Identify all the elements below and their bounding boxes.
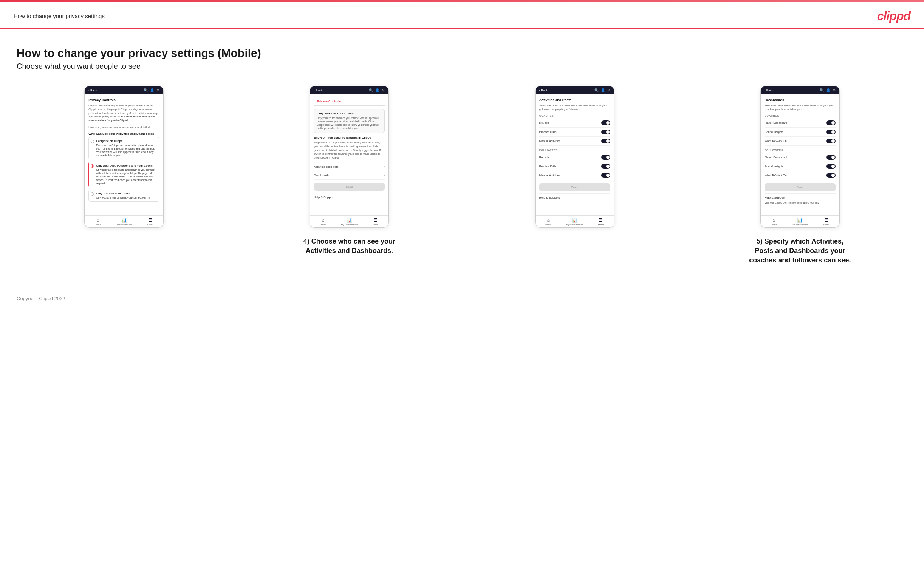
radio-option-everyone[interactable]: Everyone on Clippd Everyone on Clippd ca… [89,137,160,160]
menu-label-2: Menu [373,224,378,226]
screenshot-group-1: ‹ Back 🔍 👤 ⚙ Privacy Controls Control ho… [17,86,231,228]
topbar-icons-2: 🔍 👤 ⚙ [369,89,385,92]
nav-home-4[interactable]: ⌂ Home [761,218,787,226]
toggle-drills-followers-switch[interactable] [601,164,610,169]
radio-text-coach-only: Only You and Your Coach Only you and the… [96,192,150,199]
toggle-roundinsights-followers-switch[interactable] [827,164,835,169]
drills-label-coaches: Practice Drills [539,130,557,134]
save-button-3[interactable]: Save [539,183,610,191]
phone-topbar-3: ‹ Back 🔍 👤 ⚙ [536,86,614,94]
caption-2: 4) Choose who can see your Activities an… [296,237,402,256]
activities-posts-subtitle: Select the types of activity that you'd … [539,104,610,111]
nav-dashboards[interactable]: Dashboards › [314,171,385,180]
roundinsights-label-coaches: Round Insights [764,130,783,134]
activities-posts-label: Activities and Posts [314,165,338,168]
home-icon-2: ⌂ [321,218,324,223]
show-hide-title: Show or hide specific features in Clippd [314,136,385,139]
search-icon[interactable]: 🔍 [144,89,148,92]
toggle-roundinsights-coaches[interactable]: Round Insights [764,127,835,137]
nav-home-1[interactable]: ⌂ Home [85,218,111,226]
menu-icon-1: ☰ [148,218,152,223]
radio-circle-followers [91,164,94,168]
toggle-rounds-followers[interactable]: Rounds [539,153,610,162]
toggle-manual-followers-switch[interactable] [601,173,610,178]
nav-home-2[interactable]: ⌂ Home [310,218,336,226]
topbar-icons-3: 🔍 👤 ⚙ [594,89,610,92]
toggle-rounds-followers-switch[interactable] [601,155,610,160]
dashboards-subtitle: Select the dashboards that you'd like to… [764,104,835,111]
search-icon-3[interactable]: 🔍 [594,89,599,92]
nav-menu-4[interactable]: ☰ Menu [813,218,839,226]
toggle-drills-coaches[interactable]: Practice Drills [539,127,610,137]
toggle-whattoworkon-followers-switch[interactable] [827,173,835,178]
toggle-whattoworkon-coaches[interactable]: What To Work On [764,137,835,146]
playerdash-label-followers: Player Dashboard [764,156,787,159]
performance-label-3: My Performance [567,224,583,226]
header: How to change your privacy settings clip… [0,2,924,29]
toggle-drills-coaches-switch[interactable] [601,129,610,134]
toggle-rounds-coaches[interactable]: Rounds [539,119,610,127]
nav-home-3[interactable]: ⌂ Home [536,218,562,226]
nav-menu-2[interactable]: ☰ Menu [362,218,388,226]
nav-performance-1[interactable]: 📊 My Performance [111,218,137,226]
screenshot-group-4: ‹ Back 🔍 👤 ⚙ Dashboards Select the dashb… [693,86,907,266]
topbar-icons-1: 🔍 👤 ⚙ [144,89,160,92]
toggle-whattoworkon-coaches-switch[interactable] [827,139,835,143]
back-btn-4[interactable]: ‹ Back [764,89,773,92]
toggle-roundinsights-coaches-switch[interactable] [827,129,835,134]
settings-icon-4[interactable]: ⚙ [832,89,835,92]
toggle-playerdash-coaches-switch[interactable] [827,121,835,126]
nav-performance-4[interactable]: 📊 My Performance [787,218,813,226]
settings-icon-3[interactable]: ⚙ [607,89,610,92]
help-support-4: Help & Support [764,193,835,201]
phone-topbar-2: ‹ Back 🔍 👤 ⚙ [310,86,388,94]
toggle-playerdash-followers-switch[interactable] [827,155,835,160]
nav-activities-posts[interactable]: Activities and Posts › [314,162,385,171]
toggle-drills-followers[interactable]: Practice Drills [539,162,610,171]
nav-performance-2[interactable]: 📊 My Performance [336,218,362,226]
phone-topbar-1: ‹ Back 🔍 👤 ⚙ [85,86,163,94]
profile-icon-3[interactable]: 👤 [601,89,605,92]
toggle-playerdash-coaches[interactable]: Player Dashboard [764,119,835,127]
whattoworkon-label-followers: What To Work On [764,174,787,177]
toggle-rounds-coaches-switch[interactable] [601,121,610,126]
radio-option-followers[interactable]: Only Approved Followers and Your Coach O… [89,162,160,187]
rounds-label-followers: Rounds [539,156,549,159]
radio-option-coach-only[interactable]: Only You and Your Coach Only you and the… [89,190,160,201]
performance-icon-1: 📊 [121,218,127,223]
whattoworkon-label-coaches: What To Work On [764,139,787,143]
who-can-see-label: Who Can See Your Activities and Dashboar… [89,132,160,135]
toggle-roundinsights-followers[interactable]: Round Insights [764,162,835,171]
search-icon-4[interactable]: 🔍 [820,89,824,92]
save-button-4[interactable]: Save [764,183,835,191]
toggle-manual-coaches-switch[interactable] [601,139,610,143]
menu-icon-2: ☰ [373,218,378,223]
nav-menu-1[interactable]: ☰ Menu [137,218,163,226]
profile-icon-2[interactable]: 👤 [375,89,380,92]
nav-menu-3[interactable]: ☰ Menu [588,218,614,226]
profile-icon[interactable]: 👤 [150,89,154,92]
nav-performance-3[interactable]: 📊 My Performance [562,218,588,226]
back-btn-1[interactable]: ‹ Back [89,89,97,92]
toggle-manual-followers[interactable]: Manual Activities [539,171,610,180]
page-heading: How to change your privacy settings (Mob… [17,47,907,60]
toggle-manual-coaches[interactable]: Manual Activities [539,137,610,146]
home-label-1: Home [95,224,101,226]
profile-icon-4[interactable]: 👤 [826,89,830,92]
settings-icon-2[interactable]: ⚙ [382,89,385,92]
tab-privacy-controls[interactable]: Privacy Controls [314,98,344,105]
performance-label-2: My Performance [341,224,357,226]
back-btn-3[interactable]: ‹ Back [539,89,548,92]
radio-circle-everyone [91,140,94,143]
search-icon-2[interactable]: 🔍 [369,89,373,92]
radio-text-followers: Only Approved Followers and Your Coach O… [96,164,157,185]
back-btn-2[interactable]: ‹ Back [314,89,322,92]
logo: clippd [877,9,910,23]
toggle-playerdash-followers[interactable]: Player Dashboard [764,153,835,162]
screenshots-row: ‹ Back 🔍 👤 ⚙ Privacy Controls Control ho… [17,86,907,266]
followers-label-4: FOLLOWERS [764,149,835,152]
settings-icon[interactable]: ⚙ [157,89,160,92]
toggle-whattoworkon-followers[interactable]: What To Work On [764,171,835,180]
save-button-2[interactable]: Save [314,183,385,191]
manual-label-followers: Manual Activities [539,174,561,177]
